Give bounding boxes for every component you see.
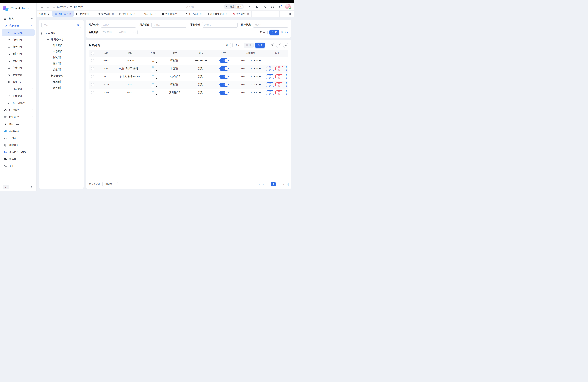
app-logo[interactable]: Plus Admin bbox=[0, 3, 36, 13]
tab-role-management[interactable]: 角色管理 ✕ bbox=[74, 11, 95, 17]
row-checkbox[interactable] bbox=[91, 83, 94, 86]
edit-button[interactable]: 编 辑 bbox=[266, 90, 274, 95]
account-input[interactable] bbox=[101, 22, 136, 28]
table-refresh-button[interactable] bbox=[269, 43, 274, 48]
status-select[interactable]: 请选择 bbox=[253, 22, 289, 28]
tree-node-leaf[interactable]: 财务部门 bbox=[48, 85, 81, 91]
close-icon[interactable]: ✕ bbox=[179, 13, 180, 15]
edit-button[interactable]: 编 辑 bbox=[266, 74, 274, 79]
table-settings-button[interactable] bbox=[283, 43, 289, 48]
sidebar-item-about[interactable]: 关于 bbox=[2, 163, 35, 170]
language-button[interactable] bbox=[263, 5, 267, 9]
tree-node-leaf[interactable]: 测试部门 bbox=[48, 55, 81, 61]
user-avatar[interactable] bbox=[285, 4, 291, 9]
close-icon[interactable]: ✕ bbox=[133, 13, 135, 15]
collapse-box-icon[interactable] bbox=[47, 38, 49, 41]
nickname-input[interactable] bbox=[151, 22, 187, 28]
sidebar-item-department-management[interactable]: 部门管理 bbox=[2, 50, 35, 57]
date-range-picker[interactable]: 开始日期 → 结束日期 bbox=[101, 30, 138, 35]
sidebar-item-my-tasks[interactable]: 我的任务 bbox=[2, 142, 35, 149]
refresh-page-button[interactable] bbox=[46, 5, 50, 9]
sidebar-item-wechat-group[interactable]: 微信群 bbox=[2, 156, 35, 163]
tree-refresh-button[interactable] bbox=[75, 23, 81, 27]
status-toggle[interactable]: 启用 bbox=[219, 83, 229, 87]
sidebar-item-notice[interactable]: 通知公告 bbox=[2, 78, 35, 85]
tree-node-leaf[interactable]: 市场部门 bbox=[48, 48, 81, 55]
collapse-box-icon[interactable] bbox=[42, 32, 44, 35]
sidebar-item-log-management[interactable]: 日志管理 bbox=[2, 85, 35, 92]
prev-group-icon[interactable]: « bbox=[263, 183, 265, 186]
row-checkbox[interactable] bbox=[91, 67, 94, 70]
search-button[interactable]: 搜 索 bbox=[270, 30, 279, 35]
settings-button[interactable] bbox=[247, 5, 252, 9]
delete-button[interactable]: 删 除 bbox=[275, 66, 283, 71]
status-toggle[interactable]: 启用 bbox=[219, 59, 229, 63]
sidebar-item-system-tools[interactable]: 系统工具 bbox=[2, 121, 35, 127]
sidebar-item-system-management[interactable]: 系统管理 bbox=[2, 22, 35, 29]
more-button[interactable]: 更多 bbox=[285, 82, 289, 87]
import-button[interactable]: 导 入 bbox=[232, 43, 242, 48]
edit-button[interactable]: 编 辑 bbox=[266, 82, 274, 87]
collapse-box-icon[interactable] bbox=[47, 75, 49, 77]
sidebar-pin-button[interactable] bbox=[29, 185, 34, 189]
select-all-checkbox[interactable] bbox=[91, 52, 94, 55]
first-page-icon[interactable]: |« bbox=[259, 183, 260, 186]
row-checkbox[interactable] bbox=[91, 59, 94, 62]
dark-mode-button[interactable] bbox=[255, 5, 259, 9]
tab-analysis[interactable]: 分析页 bbox=[37, 11, 52, 17]
close-icon[interactable]: ✕ bbox=[200, 13, 202, 15]
last-page-icon[interactable]: »| bbox=[287, 183, 289, 186]
sidebar-item-overview[interactable]: 概览 bbox=[2, 15, 35, 22]
tab-user-management[interactable]: 用户管理 ✕ bbox=[52, 11, 74, 17]
row-checkbox[interactable] bbox=[91, 91, 94, 94]
status-toggle[interactable]: 启用 bbox=[219, 90, 229, 95]
sidebar-item-tenant-management[interactable]: 租户管理 bbox=[2, 106, 35, 113]
tree-node-root[interactable]: XXX科技 bbox=[42, 30, 81, 36]
fullscreen-button[interactable] bbox=[270, 5, 274, 9]
tree-node-leaf[interactable]: 运维部门 bbox=[48, 67, 81, 73]
delete-button[interactable]: 删 除 bbox=[275, 90, 283, 95]
more-button[interactable]: 更多 bbox=[285, 90, 289, 96]
delete-button[interactable]: 删 除 bbox=[244, 43, 254, 48]
table-fullscreen-button[interactable] bbox=[276, 43, 281, 48]
prev-page-icon[interactable]: ‹ bbox=[267, 183, 268, 186]
status-toggle[interactable]: 启用 bbox=[219, 75, 229, 79]
close-icon[interactable]: ✕ bbox=[112, 13, 114, 15]
hamburger-button[interactable] bbox=[40, 5, 44, 9]
notifications-button[interactable] bbox=[278, 5, 282, 9]
delete-button[interactable]: 删 除 bbox=[275, 82, 283, 87]
tab-tenant-management[interactable]: 租户管理 ✕ bbox=[183, 11, 204, 17]
collapse-filters-button[interactable]: 收起 bbox=[281, 31, 289, 34]
more-button[interactable]: 更多 bbox=[285, 66, 289, 72]
delete-button[interactable]: 删 除 bbox=[275, 74, 283, 79]
tree-node-leaf[interactable]: 研发部门 bbox=[48, 42, 81, 48]
tab-cache-monitor[interactable]: 缓存监控 ✕ bbox=[230, 11, 252, 17]
sidebar-item-system-monitor[interactable]: 系统监控 bbox=[2, 114, 35, 120]
tab-file-management[interactable]: 文件管理 ✕ bbox=[95, 11, 116, 17]
sidebar-item-post-management[interactable]: 岗位管理 bbox=[2, 57, 35, 64]
close-icon[interactable]: ✕ bbox=[247, 13, 249, 15]
more-button[interactable]: 更多 bbox=[285, 74, 289, 80]
sidebar-item-parameter-settings[interactable]: 参数设置 bbox=[2, 71, 35, 78]
tree-node-branch[interactable]: 长沙分公司 bbox=[47, 73, 81, 79]
sidebar-item-demo-features[interactable]: 演示站专用功能 bbox=[2, 149, 35, 156]
breadcrumb-page[interactable]: 用户管理 bbox=[70, 5, 83, 8]
phone-input[interactable] bbox=[202, 22, 238, 28]
next-page-icon[interactable]: › bbox=[278, 183, 279, 186]
global-search-button[interactable]: 搜索 ⌘ K bbox=[224, 4, 244, 9]
sidebar-collapse-button[interactable]: « bbox=[3, 185, 9, 189]
tree-node-leaf[interactable]: 财务部门 bbox=[48, 61, 81, 67]
close-icon[interactable]: ✕ bbox=[91, 13, 92, 15]
tab-client-management[interactable]: 客户端管理 ✕ bbox=[159, 11, 183, 17]
current-page[interactable]: 1 bbox=[271, 182, 276, 186]
content-fullscreen-button[interactable] bbox=[287, 11, 294, 17]
add-button[interactable]: 新 增 bbox=[255, 43, 265, 48]
sidebar-item-menu-management[interactable]: 菜单管理 bbox=[2, 43, 35, 50]
close-icon[interactable]: ✕ bbox=[155, 13, 157, 15]
sidebar-item-client-management[interactable]: 客户端管理 bbox=[2, 100, 35, 106]
page-size-select[interactable]: 10条/页 bbox=[103, 182, 118, 187]
tree-node-branch[interactable]: 深圳总公司 bbox=[47, 36, 81, 42]
tab-tenant-package-management[interactable]: 租户套餐管理 ✕ bbox=[204, 11, 230, 17]
row-checkbox[interactable] bbox=[91, 75, 94, 78]
reset-button[interactable]: 重 置 bbox=[258, 30, 268, 35]
